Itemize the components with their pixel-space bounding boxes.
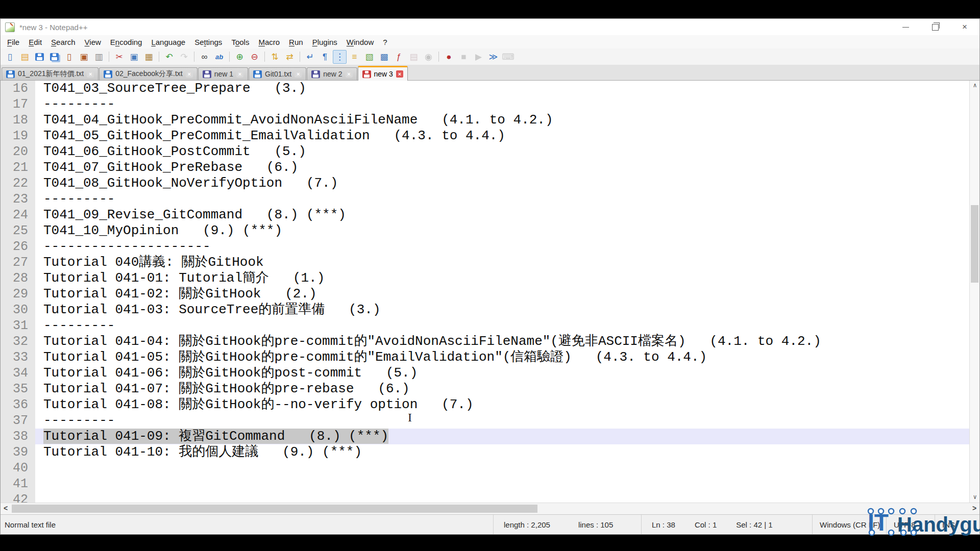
line-number: 42 bbox=[1, 492, 35, 503]
close-button[interactable]: × bbox=[950, 19, 979, 35]
menu-macro[interactable]: Macro bbox=[254, 36, 284, 48]
zoom-in-icon[interactable]: ⊕ bbox=[233, 50, 247, 64]
scroll-up-icon[interactable]: ∧ bbox=[970, 81, 979, 91]
copy-icon[interactable]: ▣ bbox=[127, 50, 141, 64]
minimize-button[interactable] bbox=[891, 19, 920, 35]
editor-area[interactable]: 16T041_03_SourceTree_Prepare (3.)17-----… bbox=[1, 81, 979, 503]
menu-edit[interactable]: Edit bbox=[24, 36, 46, 48]
tab-close-icon[interactable]: × bbox=[346, 70, 353, 78]
editor-line-19[interactable]: 19T041_05_GitHook_PreCommit_EmailValidat… bbox=[1, 128, 969, 144]
menu-language[interactable]: Language bbox=[146, 36, 190, 48]
editor-line-41[interactable]: 41 bbox=[1, 476, 969, 492]
macro-record-icon[interactable]: ● bbox=[442, 50, 456, 64]
open-file-icon[interactable]: ▤ bbox=[18, 50, 32, 64]
status-encoding[interactable]: UTF-8 bbox=[886, 515, 935, 534]
tab-git01-txt[interactable]: Git01.txt× bbox=[249, 67, 306, 80]
line-text bbox=[35, 476, 969, 492]
selected-text: Tutorial 041-09: 複習GitCommand (8.) (***) bbox=[43, 429, 388, 444]
editor-line-33[interactable]: 33Tutorial 041-05: 關於GitHook的pre-commit的… bbox=[1, 349, 969, 365]
editor-line-26[interactable]: 26--------------------- bbox=[1, 239, 969, 255]
tab-new-3[interactable]: new 3× bbox=[358, 66, 408, 81]
scroll-left-icon[interactable]: < bbox=[1, 503, 11, 514]
editor-line-24[interactable]: 24T041_09_Revise_GitCommand (8.) (***) bbox=[1, 207, 969, 223]
editor-line-30[interactable]: 30Tutorial 041-03: SourceTree的前置準備 (3.) bbox=[1, 302, 969, 318]
editor-line-25[interactable]: 25T041_10_MyOpinion (9.) (***) bbox=[1, 223, 969, 239]
show-all-characters-icon[interactable]: ¶ bbox=[318, 50, 332, 64]
menu-file[interactable]: File bbox=[3, 36, 24, 48]
close-file-icon[interactable]: ▯ bbox=[62, 50, 76, 64]
function-list-icon[interactable]: ƒ bbox=[392, 50, 406, 64]
horizontal-scrollbar-thumb[interactable] bbox=[12, 505, 537, 513]
paste-icon[interactable]: ▦ bbox=[142, 50, 156, 64]
menu-run[interactable]: Run bbox=[284, 36, 308, 48]
tab-new-1[interactable]: new 1× bbox=[198, 67, 248, 80]
status-bar: Normal text file length : 2,205 lines : … bbox=[1, 514, 979, 534]
editor-line-23[interactable]: 23--------- bbox=[1, 191, 969, 207]
document-list-icon[interactable]: ▩ bbox=[377, 50, 391, 64]
tab-02-facebook-txt[interactable]: 02_Facebook分享.txt× bbox=[99, 67, 198, 80]
toolbar: ▯▤▯▣▥✂▣▦↶↷∞ab⊕⊖⇅⇄↵¶⋮≡▧▩ƒ▤◉●■▶≫⌨ bbox=[1, 48, 979, 65]
tab-01-2021-txt[interactable]: 01_2021新年特價.txt× bbox=[2, 67, 99, 80]
user-defined-language-icon[interactable]: ≡ bbox=[348, 50, 361, 64]
tab-close-icon[interactable]: × bbox=[236, 70, 243, 78]
tab-close-icon[interactable]: × bbox=[295, 70, 302, 78]
editor-line-37[interactable]: 37--------- bbox=[1, 413, 969, 429]
tab-label: Git01.txt bbox=[265, 70, 291, 78]
undo-icon[interactable]: ↶ bbox=[162, 50, 176, 64]
menu-view[interactable]: View bbox=[80, 36, 106, 48]
editor-line-29[interactable]: 29Tutorial 041-02: 關於GitHook (2.) bbox=[1, 286, 969, 302]
restore-button[interactable] bbox=[920, 19, 950, 35]
editor-line-22[interactable]: 22T041_08_GitHook_NoVerifyOption (7.) bbox=[1, 176, 969, 191]
find-replace-icon[interactable]: ab bbox=[212, 50, 226, 64]
tab-close-icon[interactable]: × bbox=[186, 70, 193, 78]
save-file-icon[interactable] bbox=[33, 50, 46, 64]
status-eol-format[interactable]: Windows (CR LF) bbox=[812, 515, 886, 534]
editor-line-34[interactable]: 34Tutorial 041-06: 關於GitHook的post-commit… bbox=[1, 365, 969, 381]
find-icon[interactable]: ∞ bbox=[198, 50, 211, 64]
horizontal-scrollbar[interactable]: < > bbox=[1, 503, 979, 514]
editor-line-35[interactable]: 35Tutorial 041-07: 關於GitHook的pre-rebase … bbox=[1, 381, 969, 397]
editor-line-20[interactable]: 20T041_06_GitHook_PostCommit (5.) bbox=[1, 144, 969, 160]
macro-run-multiple-icon[interactable]: ≫ bbox=[486, 50, 500, 64]
document-map-icon[interactable]: ▧ bbox=[362, 50, 376, 64]
editor-line-21[interactable]: 21T041_07_GitHook_PreRebase (6.) bbox=[1, 160, 969, 176]
sync-horizontal-scroll-icon[interactable]: ⇄ bbox=[283, 50, 297, 64]
show-indent-guide-icon[interactable]: ⋮ bbox=[333, 50, 347, 64]
menu-settings[interactable]: Settings bbox=[190, 36, 227, 48]
editor-line-18[interactable]: 18T041_04_GitHook_PreCommit_AvoidNonAsci… bbox=[1, 112, 969, 128]
save-all-icon[interactable] bbox=[47, 50, 61, 64]
editor-line-39[interactable]: 39Tutorial 041-10: 我的個人建議 (9.) (***) bbox=[1, 444, 969, 460]
editor-line-16[interactable]: 16T041_03_SourceTree_Prepare (3.) bbox=[1, 81, 969, 96]
close-all-icon[interactable]: ▣ bbox=[77, 50, 91, 64]
menu-search[interactable]: Search bbox=[46, 36, 80, 48]
zoom-out-icon[interactable]: ⊖ bbox=[248, 50, 261, 64]
menu-plugins[interactable]: Plugins bbox=[308, 36, 342, 48]
new-file-icon[interactable]: ▯ bbox=[3, 50, 17, 64]
sync-vertical-scroll-icon[interactable]: ⇅ bbox=[268, 50, 282, 64]
cut-icon[interactable]: ✂ bbox=[112, 50, 126, 64]
editor-line-28[interactable]: 28Tutorial 041-01: Tutorial簡介 (1.) bbox=[1, 270, 969, 286]
tab-close-icon[interactable]: × bbox=[87, 70, 94, 78]
menu-window[interactable]: Window bbox=[342, 36, 378, 48]
editor-line-27[interactable]: 27Tutorial 040講義: 關於GitHook bbox=[1, 255, 969, 270]
editor-line-17[interactable]: 17--------- bbox=[1, 96, 969, 112]
editor-line-42[interactable]: 42 bbox=[1, 492, 969, 503]
editor-line-31[interactable]: 31--------- bbox=[1, 318, 969, 334]
editor-line-40[interactable]: 40 bbox=[1, 460, 969, 476]
editor-line-32[interactable]: 32Tutorial 041-04: 關於GitHook的pre-commit的… bbox=[1, 334, 969, 349]
vertical-scrollbar-thumb[interactable] bbox=[971, 205, 978, 283]
tab-new-2[interactable]: new 2× bbox=[307, 67, 357, 80]
word-wrap-icon[interactable]: ↵ bbox=[303, 50, 317, 64]
editor-line-38[interactable]: 38Tutorial 041-09: 複習GitCommand (8.) (**… bbox=[1, 429, 969, 444]
menu-encoding[interactable]: Encoding bbox=[106, 36, 147, 48]
tab-close-icon[interactable]: × bbox=[396, 70, 403, 78]
menu-help[interactable]: ? bbox=[378, 36, 391, 48]
print-icon[interactable]: ▥ bbox=[92, 50, 106, 64]
status-insert-mode[interactable]: INS bbox=[935, 515, 979, 534]
status-lines: lines : 105 bbox=[578, 520, 613, 529]
editor-line-36[interactable]: 36Tutorial 041-08: 關於GitHook的--no-verify… bbox=[1, 397, 969, 413]
menu-tools[interactable]: Tools bbox=[227, 36, 254, 48]
scroll-right-icon[interactable]: > bbox=[969, 503, 979, 514]
vertical-scrollbar[interactable]: ∧ ∨ bbox=[969, 81, 979, 503]
scroll-down-icon[interactable]: ∨ bbox=[970, 492, 979, 503]
